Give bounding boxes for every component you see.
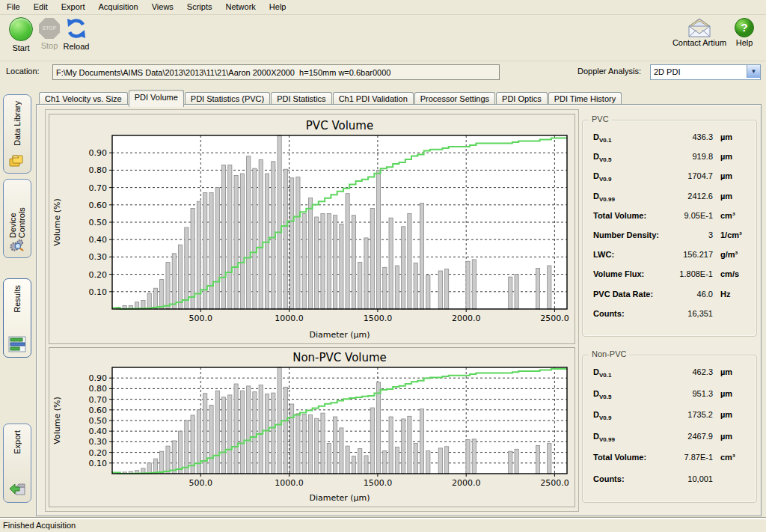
svg-text:2500.0: 2500.0 [540, 478, 569, 488]
svg-text:0.30: 0.30 [89, 437, 108, 447]
svg-text:Diameter (µm): Diameter (µm) [309, 330, 370, 340]
menu-export[interactable]: Export [55, 0, 92, 13]
tab-bar: Ch1 Velocity vs. SizePDI VolumePDI Stati… [39, 90, 622, 105]
svg-text:0.40: 0.40 [89, 235, 108, 245]
doppler-analysis-select[interactable]: 2D PDI ▼ [650, 64, 761, 80]
svg-text:1000.0: 1000.0 [275, 478, 304, 488]
svg-text:0.20: 0.20 [89, 270, 108, 280]
reload-button-label: Reload [60, 42, 93, 51]
tab-pdi-volume[interactable]: PDI Volume [129, 90, 184, 107]
menu-edit[interactable]: Edit [27, 0, 55, 13]
svg-text:0.90: 0.90 [89, 373, 108, 383]
export-icon [8, 481, 26, 498]
help-button[interactable]: ? Help [729, 17, 759, 47]
location-row: Location: Doppler Analysis: 2D PDI ▼ [0, 61, 766, 82]
svg-text:2000.0: 2000.0 [452, 314, 481, 323]
charts-panel: 0.100.200.300.400.500.600.700.800.90500.… [45, 109, 579, 512]
stop-icon: STOP [39, 18, 60, 39]
sidebar-item-label: Data Library [13, 101, 22, 146]
pvc-groupbox-title: PVC [589, 114, 612, 123]
toolbar: Start STOP Stop Reload Contact Artium [0, 15, 766, 61]
menu-file[interactable]: File [0, 0, 27, 13]
menu-acquisition[interactable]: Acquisition [92, 0, 145, 13]
svg-text:Diameter (µm): Diameter (µm) [309, 493, 370, 503]
doppler-analysis-value: 2D PDI [654, 67, 680, 76]
start-icon [9, 17, 33, 41]
envelope-icon [686, 17, 713, 38]
svg-text:0.70: 0.70 [89, 395, 108, 405]
sidebar-item-export[interactable]: Export [3, 424, 31, 503]
doppler-analysis-label: Doppler Analysis: [577, 67, 641, 76]
stat-row-dv099: DV0.992412.6µm [583, 192, 756, 211]
svg-text:1000.0: 1000.0 [275, 314, 304, 323]
sidebar-item-device-controls[interactable]: Device Controls [3, 179, 31, 258]
bar-chart-icon [8, 336, 26, 352]
stat-row-total-volume: Total Volume:7.87E-1cm³ [583, 453, 756, 474]
svg-text:PVC Volume: PVC Volume [306, 119, 373, 132]
svg-text:500.0: 500.0 [189, 314, 212, 323]
svg-text:0.50: 0.50 [89, 218, 108, 227]
sidebar-item-label: Results [13, 285, 22, 313]
help-button-label: Help [736, 38, 753, 47]
svg-text:500.0: 500.0 [189, 478, 212, 488]
svg-text:1500.0: 1500.0 [364, 478, 393, 488]
svg-text:0.10: 0.10 [89, 287, 108, 297]
stat-row-total-volume: Total Volume:9.05E-1cm³ [583, 211, 756, 230]
gears-icon [8, 238, 26, 253]
svg-text:0.70: 0.70 [89, 183, 108, 193]
svg-text:0.10: 0.10 [89, 459, 108, 468]
svg-text:2000.0: 2000.0 [452, 478, 481, 488]
stat-row-dv09: DV0.91735.2µm [583, 410, 756, 432]
menu-network[interactable]: Network [218, 0, 262, 13]
non-pvc-stats-groupbox: Non-PVC DV0.1462.3µm DV0.5951.3µm DV0.91… [582, 355, 757, 503]
svg-text:0.30: 0.30 [89, 252, 108, 262]
svg-text:Volume (%): Volume (%) [52, 397, 62, 444]
svg-text:0.50: 0.50 [89, 416, 108, 426]
contact-artium-label: Contact Artium [672, 38, 726, 47]
non-pvc-volume-chart: 0.100.200.300.400.500.600.700.800.90500.… [49, 347, 575, 507]
folders-icon [8, 152, 26, 168]
svg-text:0.40: 0.40 [89, 426, 108, 436]
stat-row-counts: Counts:16,351 [583, 309, 756, 328]
help-icon: ? [734, 17, 755, 38]
sidebar-item-data-library[interactable]: Data Library [3, 94, 31, 174]
svg-text:0.60: 0.60 [89, 201, 108, 210]
sidebar-item-label: Export [13, 430, 22, 454]
chevron-down-icon[interactable]: ▼ [747, 65, 760, 78]
svg-text:0.20: 0.20 [89, 448, 108, 458]
non-pvc-groupbox-title: Non-PVC [589, 349, 629, 358]
svg-text:0.90: 0.90 [89, 148, 108, 158]
location-input[interactable] [52, 64, 500, 80]
stat-row-dv05: DV0.5919.8µm [583, 152, 756, 171]
location-label: Location: [6, 67, 40, 76]
menu-bar: FileEditExportAcquisitionViewsScriptsNet… [0, 0, 766, 15]
svg-text:1500.0: 1500.0 [364, 314, 393, 323]
menu-scripts[interactable]: Scripts [180, 0, 219, 13]
reload-button[interactable]: Reload [60, 17, 93, 51]
stat-row-dv05: DV0.5951.3µm [583, 389, 756, 411]
svg-text:0.60: 0.60 [89, 406, 108, 415]
stat-row-counts: Counts:10,001 [583, 474, 756, 496]
stat-row-dv01: DV0.1436.3µm [583, 132, 756, 152]
reload-icon [65, 17, 88, 40]
stat-row-volume-flux: Volume Flux:1.808E-1cm/s [583, 269, 756, 289]
pvc-stats-groupbox: PVC DV0.1436.3µm DV0.5919.8µm DV0.91704.… [582, 120, 757, 337]
contact-artium-button[interactable]: Contact Artium [670, 17, 729, 47]
stat-row-number-density: Number Density:31/cm³ [583, 230, 756, 250]
svg-text:Non-PVC Volume: Non-PVC Volume [292, 351, 387, 364]
stat-row-dv01: DV0.1462.3µm [583, 367, 756, 389]
statusbar-text: Finished Acquisition [3, 521, 76, 530]
sidebar-item-label: Device Controls [8, 186, 26, 238]
svg-text:2500.0: 2500.0 [540, 314, 569, 323]
statusbar-divider [0, 517, 766, 519]
stat-row-dv099: DV0.992467.9µm [583, 432, 756, 453]
svg-text:0.80: 0.80 [89, 384, 108, 394]
svg-text:0.80: 0.80 [89, 165, 108, 175]
sidebar-item-results[interactable]: Results [3, 278, 31, 358]
menu-views[interactable]: Views [145, 0, 180, 13]
pvc-volume-chart: 0.100.200.300.400.500.600.700.800.90500.… [49, 114, 575, 344]
svg-text:Volume (%): Volume (%) [52, 198, 62, 245]
stat-row-pvc-data-rate: PVC Data Rate:46.0Hz [583, 290, 756, 309]
stat-row-dv09: DV0.91704.7µm [583, 171, 756, 191]
menu-help[interactable]: Help [263, 0, 293, 13]
